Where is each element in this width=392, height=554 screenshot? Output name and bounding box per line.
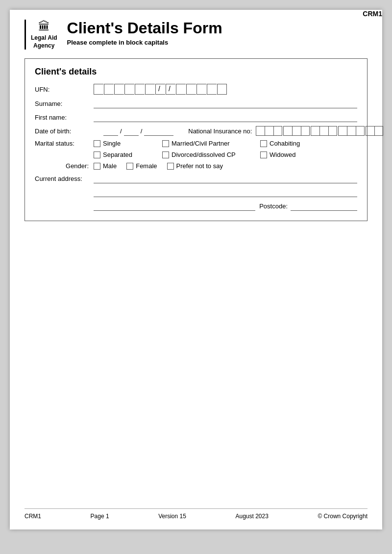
marital-divorced[interactable]: Divorced/dissolved CP (162, 151, 260, 158)
ni-box-1 (256, 126, 265, 136)
ufn-box-1 (94, 84, 103, 95)
dob-slash-1: / (120, 127, 122, 135)
form-subtitle: Please complete in block capitals (67, 39, 222, 46)
logo-emblem: 🏛 (38, 20, 50, 33)
ufn-box-2 (104, 84, 114, 95)
surname-input[interactable] (94, 99, 357, 108)
logo-text: Legal AidAgency (31, 34, 57, 50)
ni-box-13 (366, 126, 374, 136)
gender-label: Gender: (35, 162, 94, 170)
footer-page: Page 1 (91, 513, 109, 520)
address-input-2[interactable] (94, 187, 357, 197)
ufn-box-7 (176, 84, 186, 95)
dob-year (144, 126, 173, 136)
section-title: Client's details (35, 67, 357, 77)
firstname-input[interactable] (94, 112, 357, 122)
address-row-2 (94, 187, 357, 197)
ufn-box-3 (114, 84, 124, 95)
marital-single[interactable]: Single (94, 140, 162, 147)
male-checkbox[interactable] (94, 163, 100, 170)
ufn-box-11 (217, 84, 227, 95)
page-footer: CRM1 Page 1 Version 15 August 2023 © Cro… (24, 508, 368, 520)
form-title: Client's Details Form (67, 20, 222, 37)
ufn-slash-1 (155, 84, 165, 95)
marital-married[interactable]: Married/Civil Partner (162, 140, 260, 147)
ni-box-14 (374, 126, 383, 136)
marital-cohabiting[interactable]: Cohabiting (260, 140, 339, 147)
ufn-slash-2 (166, 84, 175, 95)
footer-copyright: © Crown Copyright (318, 513, 368, 520)
address-row-1: Current address: (35, 174, 357, 183)
gender-options: Male Female Prefer not to say (94, 162, 223, 170)
ni-box-7 (311, 126, 319, 136)
dob-day (103, 126, 118, 136)
ni-box-8 (319, 126, 328, 136)
firstname-label: First name: (35, 114, 94, 121)
ufn-container (94, 84, 227, 95)
dob-label: Date of birth: (35, 127, 94, 135)
dob-slash-2: / (141, 127, 143, 135)
ni-box-10 (338, 126, 347, 136)
ni-boxes (256, 126, 383, 136)
gender-row: Gender: Male Female Prefer not to say (35, 162, 357, 170)
address-label: Current address: (35, 175, 94, 182)
address-input-1[interactable] (94, 174, 357, 183)
ni-section: National Insurance no: (188, 126, 383, 136)
ufn-box-4 (124, 84, 134, 95)
page-header: 🏛 Legal AidAgency Client's Details Form … (24, 20, 368, 50)
prefer-not-label: Prefer not to say (176, 162, 223, 170)
ni-box-4 (283, 126, 292, 136)
postcode-label: Postcode: (259, 202, 288, 210)
divorced-label: Divorced/dissolved CP (172, 151, 236, 158)
marital-separated[interactable]: Separated (94, 151, 162, 158)
footer-version: Version 15 (158, 513, 186, 520)
address-part1 (94, 201, 255, 211)
form-box: Client's details UFN: Surname: (24, 58, 368, 221)
ni-box-3 (273, 126, 282, 136)
gender-prefer-not[interactable]: Prefer not to say (167, 162, 223, 170)
ni-label: National Insurance no: (188, 127, 252, 135)
marital-widowed[interactable]: Widowed (260, 151, 339, 158)
marital-label: Marital status: (35, 140, 94, 147)
single-label: Single (103, 140, 121, 147)
postcode-input-area (291, 201, 357, 211)
cohabiting-checkbox[interactable] (260, 140, 267, 147)
marital-row: Marital status: Single Married/Civil Par… (35, 140, 357, 158)
married-checkbox[interactable] (162, 140, 169, 147)
firstname-row: First name: (35, 112, 357, 122)
marital-options: Single Married/Civil Partner Cohabiting … (94, 140, 339, 158)
widowed-label: Widowed (270, 151, 295, 158)
ni-box-2 (265, 126, 273, 136)
form-code: CRM1 (363, 10, 382, 18)
ufn-box-8 (186, 84, 196, 95)
ufn-box-5 (135, 84, 145, 95)
surname-row: Surname: (35, 99, 357, 108)
postcode-row: Postcode: (94, 201, 357, 211)
married-label: Married/Civil Partner (172, 140, 229, 147)
ni-box-5 (292, 126, 301, 136)
page-container: CRM1 🏛 Legal AidAgency Client's Details … (10, 10, 382, 529)
ni-box-12 (356, 126, 365, 136)
ufn-label: UFN: (35, 86, 94, 93)
gender-male[interactable]: Male (94, 162, 117, 170)
ufn-row: UFN: (35, 84, 357, 95)
separated-label: Separated (103, 151, 132, 158)
prefer-not-checkbox[interactable] (167, 163, 174, 170)
single-checkbox[interactable] (94, 140, 100, 147)
ni-box-11 (347, 126, 356, 136)
female-checkbox[interactable] (126, 163, 133, 170)
logo-area: 🏛 Legal AidAgency (24, 20, 57, 50)
widowed-checkbox[interactable] (260, 151, 267, 158)
cohabiting-label: Cohabiting (270, 140, 300, 147)
separated-checkbox[interactable] (94, 151, 100, 158)
divorced-checkbox[interactable] (162, 151, 169, 158)
surname-label: Surname: (35, 100, 94, 107)
ni-box-9 (328, 126, 337, 136)
ufn-box-6 (145, 84, 155, 95)
dob-month (124, 126, 139, 136)
gender-female[interactable]: Female (126, 162, 157, 170)
header-title-area: Client's Details Form Please complete in… (67, 20, 222, 46)
dob-ni-row: Date of birth: / / National Insurance no… (35, 126, 357, 136)
ni-box-6 (301, 126, 310, 136)
footer-form-code: CRM1 (24, 513, 41, 520)
